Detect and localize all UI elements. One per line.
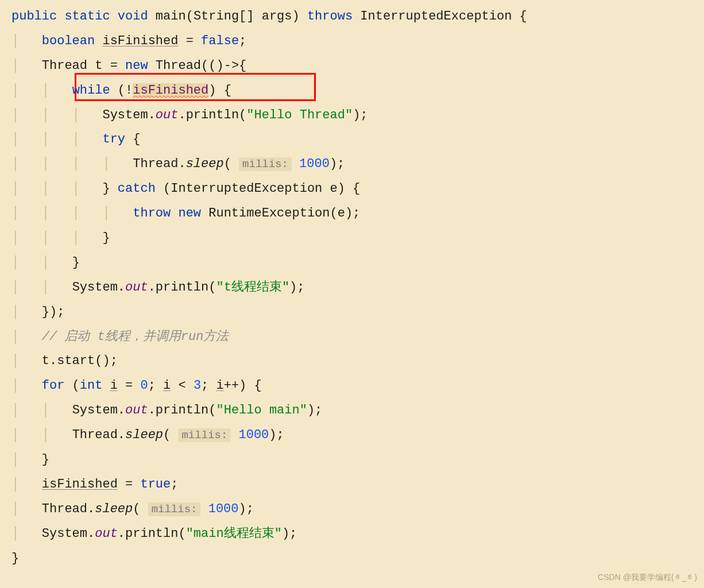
field-out: out xyxy=(156,108,179,122)
field-out: out xyxy=(95,527,118,541)
string-literal: "t线程结束" xyxy=(216,280,289,295)
code-line: │ t.start(); xyxy=(11,349,693,374)
keyword-true: true xyxy=(140,477,171,492)
method-println: println xyxy=(125,527,178,541)
code-line: │ │ } xyxy=(11,251,693,276)
code-line: │ Thread.sleep( millis: 1000); xyxy=(11,497,693,522)
number-literal: 0 xyxy=(140,378,148,393)
keyword-throw: throw xyxy=(133,206,171,220)
code-line: } xyxy=(11,547,693,571)
code-line: │ }); xyxy=(11,300,693,325)
keyword-new: new xyxy=(125,59,148,73)
exception-type: InterruptedException xyxy=(171,181,322,196)
method-start: start xyxy=(57,354,95,368)
var: args xyxy=(262,9,292,24)
method-println: println xyxy=(156,403,208,417)
keyword-int: int xyxy=(80,378,103,393)
class-thread: Thread xyxy=(42,502,87,516)
keyword-try: try xyxy=(102,132,125,146)
method-println: println xyxy=(156,280,208,295)
string-literal: "main线程结束" xyxy=(186,527,282,541)
field-out: out xyxy=(125,280,148,295)
code-line: │ for (int i = 0; i < 3; i++) { xyxy=(11,374,693,399)
var-e: e xyxy=(330,181,338,196)
class-thread: Thread xyxy=(133,157,178,171)
string-literal: "Hello Thread" xyxy=(246,108,353,122)
code-line: │ System.out.println("main线程结束"); xyxy=(11,522,693,547)
var-t: t xyxy=(95,59,102,73)
keyword-static: static xyxy=(64,9,110,24)
code-line: │ │ │ try { xyxy=(11,127,693,152)
class-system: System xyxy=(72,280,118,295)
var-i: i xyxy=(216,378,223,393)
var-i: i xyxy=(163,378,171,393)
keyword-void: void xyxy=(118,9,148,24)
keyword-catch: catch xyxy=(118,181,156,196)
code-line: │ │ │ System.out.println("Hello Thread")… xyxy=(11,103,693,128)
type-thread: Thread xyxy=(156,59,201,73)
keyword-false: false xyxy=(201,34,239,48)
class-thread: Thread xyxy=(72,428,118,442)
param-hint-millis: millis: xyxy=(178,428,231,442)
param-hint-millis: millis: xyxy=(239,157,292,171)
var-e: e xyxy=(338,206,345,220)
comment: // 启动 t线程，并调用run方法 xyxy=(42,330,229,344)
code-line: │ │ System.out.println("t线程结束"); xyxy=(11,276,693,300)
field-out: out xyxy=(125,403,148,417)
code-line: │ │ Thread.sleep( millis: 1000); xyxy=(11,423,693,448)
string-literal: "Hello main" xyxy=(216,403,307,417)
method-sleep: sleep xyxy=(95,502,133,516)
code-line: public static void main(String[] args) t… xyxy=(11,5,693,29)
var-isfinished: isFinished xyxy=(102,34,178,48)
code-line: │ Thread t = new Thread(()->{ xyxy=(11,54,693,79)
param-hint-millis: millis: xyxy=(148,502,201,516)
keyword-throws: throws xyxy=(307,9,353,24)
code-line: │ boolean isFinished = false; xyxy=(11,29,693,54)
code-line: │ } xyxy=(11,448,693,473)
code-line: │ │ while (!isFinished) { xyxy=(11,79,693,103)
type-rte: RuntimeException xyxy=(208,206,330,220)
type-thread: Thread xyxy=(42,59,87,73)
keyword-while: while xyxy=(72,83,110,98)
number-literal: 1000 xyxy=(299,157,330,171)
class-system: System xyxy=(102,108,148,122)
var-t: t xyxy=(42,354,49,368)
code-line: │ │ System.out.println("Hello main"); xyxy=(11,399,693,423)
code-line: │ │ │ │ throw new RuntimeException(e); xyxy=(11,202,693,226)
var-isfinished: isFinished xyxy=(42,477,118,492)
method-sleep: sleep xyxy=(186,157,224,171)
method-name: main xyxy=(156,9,186,24)
code-line: │ │ │ │ Thread.sleep( millis: 1000); xyxy=(11,152,693,177)
code-line: │ // 启动 t线程，并调用run方法 xyxy=(11,325,693,350)
number-literal: 1000 xyxy=(239,428,269,442)
code-line: │ isFinished = true; xyxy=(11,473,693,497)
number-literal: 1000 xyxy=(208,502,239,516)
exception-type: InterruptedException xyxy=(360,9,512,24)
keyword-public: public xyxy=(11,9,57,24)
keyword-for: for xyxy=(42,378,65,393)
type: String xyxy=(194,9,239,24)
code-line: │ │ │ } catch (InterruptedException e) { xyxy=(11,177,693,202)
var-isfinished-highlighted: isFinished xyxy=(133,83,208,98)
class-system: System xyxy=(72,403,118,417)
keyword-new: new xyxy=(178,206,201,220)
class-system: System xyxy=(42,527,87,541)
keyword-boolean: boolean xyxy=(42,34,95,48)
method-println: println xyxy=(186,108,239,122)
watermark: CSDN @我要学编程(ಥ_ಥ) xyxy=(598,570,697,585)
number-literal: 3 xyxy=(194,378,201,393)
code-line: │ │ │ } xyxy=(11,226,693,251)
method-sleep: sleep xyxy=(125,428,163,442)
var-i: i xyxy=(110,378,118,393)
